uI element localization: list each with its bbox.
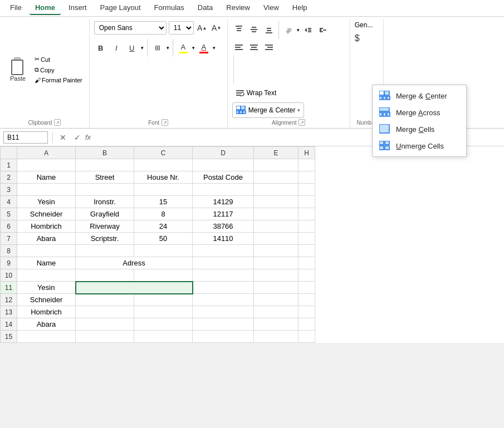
underline-button[interactable]: U xyxy=(125,41,139,55)
cell-c6[interactable]: 24 xyxy=(134,220,193,233)
row-header-11[interactable]: 11 xyxy=(1,282,17,294)
menu-review[interactable]: Review xyxy=(221,1,256,15)
cell-e8[interactable] xyxy=(254,245,299,257)
cell-h10[interactable] xyxy=(299,269,315,282)
col-header-b[interactable]: B xyxy=(76,147,134,159)
row-header-13[interactable]: 13 xyxy=(1,306,17,318)
cell-b12[interactable] xyxy=(76,294,134,306)
cell-e1[interactable] xyxy=(254,159,299,171)
highlight-color-button[interactable]: A xyxy=(177,41,190,55)
col-header-d[interactable]: D xyxy=(193,147,254,159)
cell-a10[interactable] xyxy=(17,269,76,282)
cell-e15[interactable] xyxy=(254,331,299,343)
cell-e6[interactable] xyxy=(254,220,299,233)
cell-a7[interactable]: Abara xyxy=(17,233,76,245)
dropdown-merge-across[interactable]: Merge Across xyxy=(373,104,466,121)
cell-d3[interactable] xyxy=(193,184,254,196)
font-grow-button[interactable]: A▲ xyxy=(196,22,208,34)
cell-b5[interactable]: Grayfield xyxy=(76,208,134,220)
cell-h14[interactable] xyxy=(299,318,315,331)
cell-a4[interactable]: Yesin xyxy=(17,196,76,208)
cell-c7[interactable]: 50 xyxy=(134,233,193,245)
cell-b15[interactable] xyxy=(76,331,134,343)
align-left-button[interactable] xyxy=(232,41,246,53)
row-header-4[interactable]: 4 xyxy=(1,196,17,208)
cell-h5[interactable] xyxy=(299,208,315,220)
cell-e7[interactable] xyxy=(254,233,299,245)
cell-a2[interactable]: Name xyxy=(17,171,76,184)
cell-h15[interactable] xyxy=(299,331,315,343)
cell-h11[interactable] xyxy=(299,282,315,294)
cell-h9[interactable] xyxy=(299,257,315,269)
cell-e5[interactable] xyxy=(254,208,299,220)
cell-d1[interactable] xyxy=(193,159,254,171)
cell-a8[interactable] xyxy=(17,245,76,257)
font-color-dropdown-icon[interactable]: ▾ xyxy=(213,45,216,51)
cell-d8[interactable] xyxy=(193,245,254,257)
cell-a12[interactable]: Schneider xyxy=(17,294,76,306)
row-header-2[interactable]: 2 xyxy=(1,171,17,184)
cell-c13[interactable] xyxy=(134,306,193,318)
cell-b3[interactable] xyxy=(76,184,134,196)
row-header-10[interactable]: 10 xyxy=(1,269,17,282)
cell-a6[interactable]: Hombrich xyxy=(17,220,76,233)
cell-h3[interactable] xyxy=(299,184,315,196)
align-top-button[interactable] xyxy=(232,24,246,36)
cell-b11-merged[interactable] xyxy=(76,282,193,294)
menu-home[interactable]: Home xyxy=(30,1,61,15)
row-header-7[interactable]: 7 xyxy=(1,233,17,245)
cell-b4[interactable]: Ironstr. xyxy=(76,196,134,208)
cell-h4[interactable] xyxy=(299,196,315,208)
menu-insert[interactable]: Insert xyxy=(63,1,92,15)
row-header-6[interactable]: 6 xyxy=(1,220,17,233)
cell-e12[interactable] xyxy=(254,294,299,306)
row-header-1[interactable]: 1 xyxy=(1,159,17,171)
cell-d15[interactable] xyxy=(193,331,254,343)
row-header-9[interactable]: 9 xyxy=(1,257,17,269)
wrap-text-button[interactable]: Wrap Text xyxy=(232,87,305,99)
paste-button[interactable]: Paste xyxy=(4,55,31,84)
cell-d4[interactable]: 14129 xyxy=(193,196,254,208)
cell-d12[interactable] xyxy=(193,294,254,306)
cell-c8[interactable] xyxy=(134,245,193,257)
cell-e3[interactable] xyxy=(254,184,299,196)
cell-d6[interactable]: 38766 xyxy=(193,220,254,233)
row-header-3[interactable]: 3 xyxy=(1,184,17,196)
cell-h13[interactable] xyxy=(299,306,315,318)
row-header-8[interactable]: 8 xyxy=(1,245,17,257)
cell-e10[interactable] xyxy=(254,269,299,282)
clipboard-expand-button[interactable]: ↗ xyxy=(54,119,61,126)
cell-b8[interactable] xyxy=(76,245,134,257)
cell-a1[interactable] xyxy=(17,159,76,171)
menu-formulas[interactable]: Formulas xyxy=(149,1,190,15)
cell-h2[interactable] xyxy=(299,171,315,184)
row-header-12[interactable]: 12 xyxy=(1,294,17,306)
cell-h12[interactable] xyxy=(299,294,315,306)
formula-cancel-button[interactable]: ✕ xyxy=(57,132,68,143)
cell-a15[interactable] xyxy=(17,331,76,343)
cell-b1[interactable] xyxy=(76,159,134,171)
font-family-select[interactable]: Open Sans xyxy=(94,21,167,35)
col-header-e[interactable]: E xyxy=(254,147,299,159)
align-middle-button[interactable] xyxy=(247,24,261,36)
align-center-button[interactable] xyxy=(247,41,261,53)
menu-data[interactable]: Data xyxy=(192,1,218,15)
menu-view[interactable]: View xyxy=(258,1,285,15)
cell-b14[interactable] xyxy=(76,318,134,331)
dropdown-merge-center[interactable]: Merge & Center xyxy=(373,87,466,104)
italic-button[interactable]: I xyxy=(110,41,123,55)
cell-h7[interactable] xyxy=(299,233,315,245)
row-header-15[interactable]: 15 xyxy=(1,331,17,343)
increase-indent-button[interactable] xyxy=(316,24,330,36)
cell-b13[interactable] xyxy=(76,306,134,318)
font-expand-button[interactable]: ↗ xyxy=(162,119,168,126)
cell-a5[interactable]: Schneider xyxy=(17,208,76,220)
cut-button[interactable]: ✂ Cut xyxy=(32,55,85,64)
cell-b6[interactable]: Riverway xyxy=(76,220,134,233)
cell-b9-merged[interactable]: Adress xyxy=(76,257,193,269)
cell-h6[interactable] xyxy=(299,220,315,233)
dropdown-merge-cells[interactable]: Merge Cells xyxy=(373,121,466,137)
cell-c3[interactable] xyxy=(134,184,193,196)
menu-help[interactable]: Help xyxy=(287,1,313,15)
cell-e4[interactable] xyxy=(254,196,299,208)
